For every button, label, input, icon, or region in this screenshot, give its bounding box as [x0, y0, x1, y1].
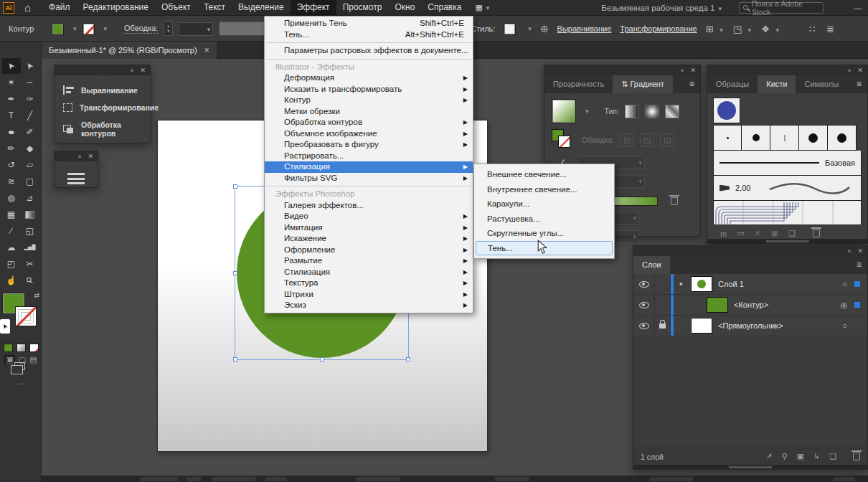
tab-transparency[interactable]: Прозрачность [544, 75, 613, 93]
calligraphic-brush-tile[interactable] [770, 125, 799, 151]
width-tool[interactable]: ≋ [2, 174, 21, 189]
collapse-icon[interactable]: » [130, 67, 133, 74]
shape-builder-tool[interactable]: ◍ [2, 190, 21, 206]
effect-menu-item[interactable]: Исказить и трансформировать▶ [265, 84, 473, 95]
locate-object-icon[interactable]: ⚲ [781, 452, 787, 461]
effect-menu-item[interactable]: Стилизация▶ [265, 161, 473, 173]
scrollbar[interactable] [633, 465, 867, 469]
eye-icon[interactable] [639, 302, 649, 308]
effect-menu-item[interactable]: Галерея эффектов... [265, 200, 473, 212]
free-transform-tool[interactable]: ▢ [21, 174, 39, 189]
new-layer-icon[interactable]: ❑ [829, 452, 836, 461]
close-icon[interactable]: ✕ [88, 153, 93, 160]
statusbar-control[interactable] [187, 477, 201, 481]
calligraphic-brush-tile[interactable] [713, 125, 742, 151]
effect-menu-item[interactable]: Применить ТеньShift+Ctrl+E [265, 18, 473, 29]
perspective-grid-tool[interactable]: ⊿ [21, 190, 39, 206]
collect-for-export-icon[interactable]: ↗ [765, 452, 772, 461]
transform-panel-link[interactable]: Трансформирование [620, 24, 697, 33]
menu-3[interactable]: Текст [197, 0, 232, 16]
menu-4[interactable]: Выделение [232, 0, 291, 16]
menu-icon[interactable] [67, 173, 85, 184]
menu-0[interactable]: Файл [42, 0, 77, 16]
visibility-cell[interactable] [633, 316, 655, 336]
brush-libraries-icon[interactable]: m [720, 230, 727, 238]
direct-selection-tool[interactable]: ➤ [21, 58, 39, 74]
target-icon[interactable]: ○ [842, 280, 847, 288]
quick-actions-icon[interactable]: ❖ ▾ [761, 24, 779, 34]
panel-menu-icon[interactable]: ≡ [857, 260, 862, 270]
document-tab[interactable]: Безымянный-1* @ 25% (RGB/Просмотр) × [42, 42, 217, 59]
screen-mode-icon[interactable] [14, 362, 25, 370]
statusbar-control[interactable] [495, 477, 529, 481]
target-icon[interactable]: ◎ [840, 301, 847, 310]
delete-layer-icon[interactable] [853, 453, 860, 460]
panel-menu-icon[interactable]: ≡ [689, 79, 694, 89]
delete-brush-icon[interactable] [813, 230, 820, 237]
app-logo-icon[interactable]: Ai [3, 2, 14, 14]
effect-menu-item[interactable]: Тень...Alt+Shift+Ctrl+E [265, 29, 473, 41]
effect-menu-item[interactable]: Стилизация▶ [265, 267, 473, 278]
chevron-down-icon[interactable]: ▾ [585, 108, 589, 115]
new-brush-icon[interactable]: ❑ [788, 229, 796, 238]
curvature-tool[interactable]: ✑ [21, 91, 39, 107]
scrollbar[interactable] [707, 239, 867, 243]
toolbar-grip[interactable]: ∙∙∙∙∙∙∙ [0, 42, 41, 51]
effect-menu-item[interactable]: Метки обрезки [265, 106, 473, 118]
chevron-down-icon[interactable]: ▾ [73, 25, 77, 32]
dock-panels-icon[interactable]: ≣ [826, 24, 834, 34]
collapse-icon[interactable]: » [77, 153, 81, 160]
effect-menu-item[interactable]: Имитация▶ [265, 222, 473, 234]
layer-row[interactable]: <Прямоугольник>○ [633, 316, 867, 336]
effect-menu-item[interactable]: Параметры растровых эффектов в документе… [265, 45, 473, 57]
draw-inside-icon[interactable]: ▤ [29, 355, 37, 364]
ellipse-tool[interactable]: ● [2, 124, 21, 140]
arrange-documents-icon[interactable]: ▦▾ [475, 3, 489, 12]
layer-row[interactable]: ▾Слой 1○ [633, 274, 867, 295]
menu-1[interactable]: Редактирование [77, 0, 155, 16]
effect-menu-item[interactable]: Объемное изображение▶ [265, 128, 473, 140]
visibility-cell[interactable] [633, 295, 655, 315]
lasso-tool[interactable]: ∽ [21, 75, 39, 90]
adobe-stock-search-input[interactable]: Поиск в Adobe Stock [739, 2, 824, 14]
tab-brushes[interactable]: Кисти [758, 75, 796, 93]
stroke-color-swatch[interactable] [82, 23, 95, 35]
panel-item-align[interactable]: Выравнивание [55, 81, 150, 99]
effect-menu-item[interactable]: Контур▶ [265, 95, 473, 106]
collapse-icon[interactable]: « [847, 67, 851, 74]
tab-swatches[interactable]: Образцы [707, 75, 758, 93]
close-tab-icon[interactable]: × [204, 45, 209, 55]
calligraphic-brush-tile[interactable] [828, 125, 857, 151]
lock-cell[interactable] [655, 274, 671, 294]
fill-color-swatch[interactable] [52, 23, 64, 35]
effect-menu-item[interactable]: Размытие▶ [265, 255, 473, 267]
close-icon[interactable]: ✕ [857, 67, 863, 74]
tab-layers[interactable]: Слои [633, 256, 670, 274]
selection-handle[interactable] [406, 357, 410, 362]
effect-menu-item[interactable]: Фильтры SVG▶ [265, 173, 473, 184]
effect-menu-item[interactable]: Преобразовать в фигуру▶ [265, 139, 473, 151]
scale-tool[interactable]: ▱ [21, 157, 39, 173]
statusbar-control[interactable] [834, 477, 855, 481]
statusbar-control[interactable] [212, 477, 255, 481]
grid-options-icon[interactable]: ∷ [809, 24, 815, 34]
selection-handle[interactable] [233, 184, 237, 189]
calligraphic-brush-tile[interactable] [799, 125, 828, 151]
none-button[interactable] [29, 344, 39, 352]
collapse-icon[interactable]: « [680, 67, 684, 74]
slice-tool[interactable]: ✂ [21, 256, 39, 272]
close-icon[interactable]: ✕ [857, 247, 863, 255]
delete-stop-icon[interactable] [671, 197, 678, 205]
close-icon[interactable]: ✕ [690, 67, 696, 74]
selection-indicator[interactable] [854, 281, 860, 287]
layer-row[interactable]: <Контур>◎ [633, 295, 867, 316]
arrange-objects-icon[interactable]: ◳ ▾ [733, 24, 751, 34]
draw-normal-icon[interactable]: ▣ [4, 355, 14, 364]
gradient-button[interactable] [16, 344, 26, 352]
effect-menu-item[interactable]: Искажение▶ [265, 233, 473, 245]
graphic-style-swatch[interactable] [504, 23, 516, 35]
statusbar-control[interactable] [650, 477, 693, 481]
effect-menu-item[interactable]: Текстура▶ [265, 278, 473, 289]
radial-gradient-icon[interactable] [645, 105, 659, 118]
effect-menu-item[interactable]: Видео▶ [265, 211, 473, 222]
